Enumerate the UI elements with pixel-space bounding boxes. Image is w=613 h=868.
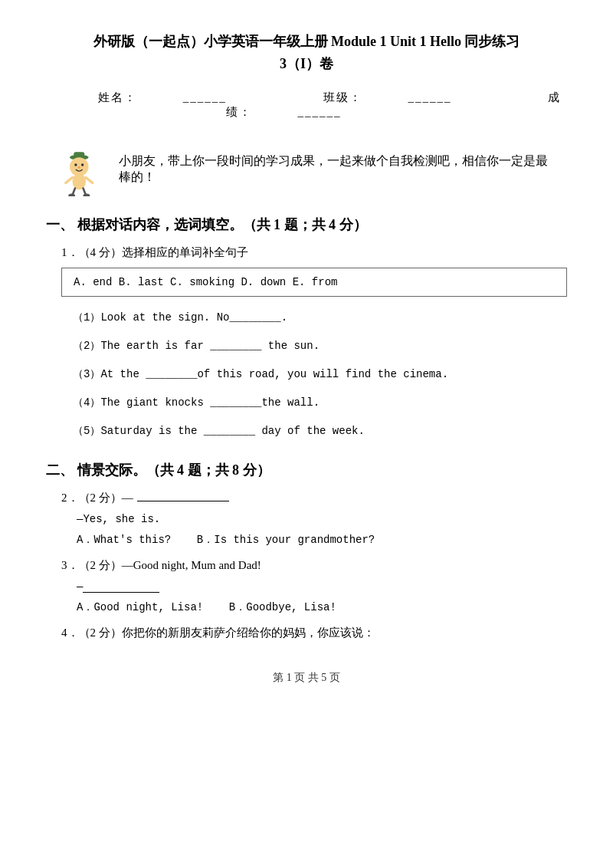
- svg-line-11: [66, 177, 73, 182]
- name-label: 姓名：______: [75, 91, 254, 104]
- question-2-block: 2．（2 分）— —Yes, she is. A．What's this? B．…: [46, 491, 567, 547]
- svg-point-3: [74, 163, 77, 166]
- sub-question-3: （3）At the ________of this road, you will…: [61, 365, 567, 384]
- svg-point-10: [84, 193, 90, 196]
- svg-point-5: [78, 166, 81, 169]
- q4-header: 4．（2 分）你把你的新朋友莉萨介绍给你的妈妈，你应该说：: [61, 626, 567, 640]
- class-label: 班级：______: [300, 91, 480, 104]
- student-info: 姓名：______ 班级：______ 成绩：______: [46, 90, 567, 120]
- q1-header: 1．（4 分）选择相应的单词补全句子: [61, 245, 567, 260]
- section2-header: 二、 情景交际。（共 4 题；共 8 分）: [46, 461, 567, 479]
- sub-question-5: （5）Saturday is the ________ day of the w…: [61, 422, 567, 441]
- mascot-icon: [54, 143, 107, 196]
- intro-text: 小朋友，带上你一段时间的学习成果，一起来做个自我检测吧，相信你一定是最棒的！: [119, 153, 559, 186]
- question-3-block: 3．（2 分）—Good night, Mum and Dad! — A．Goo…: [46, 558, 567, 614]
- question-4-block: 4．（2 分）你把你的新朋友莉萨介绍给你的妈妈，你应该说：: [46, 626, 567, 640]
- svg-point-9: [68, 193, 75, 196]
- q3-response: —: [61, 580, 567, 593]
- svg-point-6: [73, 173, 87, 189]
- sub-question-2: （2）The earth is far ________ the sun.: [61, 337, 567, 356]
- svg-point-4: [81, 163, 84, 166]
- intro-section: 小朋友，带上你一段时间的学习成果，一起来做个自我检测吧，相信你一定是最棒的！: [46, 143, 567, 196]
- word-box: A. end B. last C. smoking D. down E. fro…: [61, 268, 567, 297]
- section1-header: 一、 根据对话内容，选词填空。（共 1 题；共 4 分）: [46, 215, 567, 234]
- svg-line-12: [86, 177, 93, 182]
- q2-options: A．What's this? B．Is this your grandmothe…: [61, 533, 567, 547]
- question-1-block: 1．（4 分）选择相应的单词补全句子 A. end B. last C. smo…: [46, 245, 567, 442]
- sub-question-4: （4）The giant knocks ________the wall.: [61, 393, 567, 413]
- page-footer: 第 1 页 共 5 页: [46, 671, 567, 685]
- page-title: 外研版（一起点）小学英语一年级上册 Module 1 Unit 1 Hello …: [46, 31, 567, 75]
- q3-header: 3．（2 分）—Good night, Mum and Dad!: [61, 558, 567, 573]
- q2-response: —Yes, she is.: [61, 513, 567, 525]
- sub-question-1: （1）Look at the sign. No________.: [61, 308, 567, 327]
- q3-options: A．Good night, Lisa! B．Goodbye, Lisa!: [61, 600, 567, 614]
- q2-header: 2．（2 分）—: [61, 491, 567, 505]
